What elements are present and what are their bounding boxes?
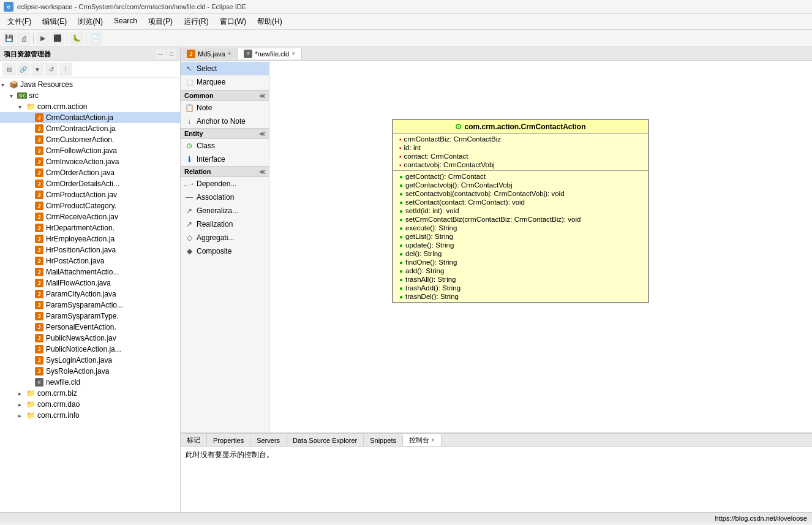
tree-item[interactable]: JCrmInvoiceAction.java <box>0 156 180 167</box>
toolbar-btn-debug[interactable]: 🐛 <box>70 32 83 45</box>
tree-item-icon: J <box>34 212 44 222</box>
tree-item-label: CrmOrderDetailsActi... <box>46 179 119 188</box>
tree-item[interactable]: JHrDepartmentAction. <box>0 222 180 233</box>
tree-item[interactable]: JHrPostAction.java <box>0 255 180 266</box>
visibility-icon: ● <box>399 199 403 206</box>
bottom-tab-Snippets[interactable]: Snippets <box>364 436 403 445</box>
tree-item[interactable]: JParamSysparamType. <box>0 311 180 322</box>
tab-close-btn[interactable]: × <box>228 50 231 57</box>
tree-item-icon: J <box>34 366 44 376</box>
palette-item-select[interactable]: ↖Select <box>181 62 269 75</box>
tree-item[interactable]: JCrmContractAction.ja <box>0 123 180 134</box>
bottom-tab-[interactable]: 标记 <box>181 434 207 446</box>
tree-item[interactable]: JCrmReceiveAction.jav <box>0 211 180 222</box>
toolbar-btn-save[interactable]: 💾 <box>2 32 16 45</box>
editor-tab-Md5java[interactable]: JMd5.java× <box>181 48 238 59</box>
toolbar-btn-new[interactable]: 📄 <box>89 32 102 45</box>
palette-section-common[interactable]: Common≪ <box>181 90 269 101</box>
palette-item-realization[interactable]: ↗Realization <box>181 217 269 231</box>
tree-item[interactable]: JParamCityAction.java <box>0 289 180 300</box>
palette-item-composite[interactable]: ◆Composite <box>181 244 269 258</box>
visibility-icon: ● <box>399 268 403 274</box>
palette-section-relation[interactable]: Relation≪ <box>181 166 269 177</box>
tree-item[interactable]: ▾srcsrc <box>0 90 180 101</box>
tree-item[interactable]: ▸📁com.crm.biz <box>0 388 180 399</box>
tree-item[interactable]: JHrPositionAction.java <box>0 244 180 255</box>
bottom-tab-Servers[interactable]: Servers <box>250 436 287 445</box>
palette-item-interface[interactable]: ℹInterface <box>181 153 269 166</box>
tree-item[interactable]: JPublicNewsAction.jav <box>0 333 180 344</box>
palette-item-generaliza[interactable]: ↗Generaliza... <box>181 204 269 217</box>
menu-item-H[interactable]: 帮助(H) <box>252 15 287 28</box>
uml-method: ●setCrmContactBiz(crmContactBiz: CrmCont… <box>397 215 644 224</box>
tree-item[interactable]: JCrmCustomerAction. <box>0 134 180 145</box>
uml-class-name: com.crm.action.CrmContactAction <box>464 123 585 131</box>
collapse-all-btn[interactable]: ⊟ <box>2 62 16 76</box>
tree-item[interactable]: JCrmOrderAction.java <box>0 167 180 178</box>
sync-btn[interactable]: ↺ <box>45 62 58 76</box>
tree-item-icon: 📁 <box>26 410 36 420</box>
tree-item[interactable]: JPublicNoticeAction.ja... <box>0 344 180 355</box>
link-editor-btn[interactable]: 🔗 <box>17 62 30 76</box>
menu-item-P[interactable]: 项目(P) <box>143 15 178 28</box>
editor-tab-newfilecld[interactable]: ≡*newfile.cld× <box>238 48 301 59</box>
uml-field: ▪id: int <box>397 143 644 152</box>
palette-section-entity[interactable]: Entity≪ <box>181 128 269 139</box>
bottom-tab-DataSourceExplorer[interactable]: Data Source Explorer <box>287 436 364 445</box>
filter-btn[interactable]: ▼ <box>31 62 44 76</box>
palette-item-aggregati[interactable]: ◇Aggregati... <box>181 231 269 244</box>
tree-item[interactable]: ▾📦Java Resources <box>0 79 180 90</box>
palette-item-class[interactable]: ⊙Class <box>181 139 269 153</box>
menu-item-N[interactable]: 浏览(N) <box>73 15 108 28</box>
bottom-tab-[interactable]: 控制台× <box>403 434 442 446</box>
palette-section-label: Relation <box>184 168 211 175</box>
tree-item-icon: J <box>34 333 44 343</box>
palette-item-marquee[interactable]: ⬚Marquee <box>181 75 269 89</box>
tree-item[interactable]: JCrmProductCategory. <box>0 200 180 211</box>
tree-item[interactable]: ▸📁com.crm.dao <box>0 399 180 410</box>
uml-method: ●execute(): String <box>397 224 644 232</box>
tree-item[interactable]: JPersonalEventAction. <box>0 322 180 333</box>
tree-item[interactable]: JCrmOrderDetailsActi... <box>0 178 180 189</box>
visibility-icon: ● <box>399 208 403 214</box>
bottom-tab-Properties[interactable]: Properties <box>207 436 250 445</box>
uml-class-box[interactable]: ⊙ com.crm.action.CrmContactAction ▪crmCo… <box>392 119 649 303</box>
menu-item-R[interactable]: 运行(R) <box>179 15 214 28</box>
toolbar-btn-run[interactable]: ▶ <box>36 32 50 45</box>
more-btn[interactable]: ⋮ <box>59 62 72 76</box>
tree-item[interactable]: JSysLoginAction.java <box>0 355 180 366</box>
tree-item[interactable]: JParamSysparamActio... <box>0 300 180 311</box>
tree-item[interactable]: JCrmFollowAction.java <box>0 145 180 156</box>
menu-item-F[interactable]: 文件(F) <box>2 15 36 28</box>
menu-item-E[interactable]: 编辑(E) <box>37 15 72 28</box>
palette-item-anchortonote[interactable]: ↓Anchor to Note <box>181 115 269 128</box>
maximize-btn[interactable]: □ <box>167 49 176 59</box>
bottom-tab-close[interactable]: × <box>431 437 435 444</box>
menu-item-Search[interactable]: Search <box>109 15 142 28</box>
palette-item-note[interactable]: 📋Note <box>181 101 269 115</box>
palette-item-association[interactable]: —Association <box>181 191 269 204</box>
palette-item-dependen[interactable]: ..→Dependen... <box>181 177 269 191</box>
tree-item[interactable]: JHrEmployeeAction.ja <box>0 233 180 244</box>
tree-item-icon: J <box>34 146 44 156</box>
tree-item[interactable]: ▸📁com.crm.info <box>0 410 180 421</box>
method-text: update(): String <box>405 241 454 249</box>
tree-item[interactable]: JCrmContactAction.ja <box>0 112 180 123</box>
toolbar-btn-stop[interactable]: ⬛ <box>51 32 64 45</box>
canvas[interactable]: ⊙ com.crm.action.CrmContactAction ▪crmCo… <box>269 61 812 432</box>
uml-fields-section: ▪crmContactBiz: CrmContactBiz▪id: int▪co… <box>393 134 648 171</box>
menu-item-W[interactable]: 窗口(W) <box>215 15 251 28</box>
depend-icon: ..→ <box>184 179 194 189</box>
tree-item-icon: J <box>34 256 44 266</box>
tree-item[interactable]: JCrmProductAction.jav <box>0 189 180 200</box>
tree-item-icon: 📁 <box>26 102 36 111</box>
tree-item[interactable]: JMailAttachmentActio... <box>0 266 180 278</box>
toolbar-btn-print[interactable]: 🖨 <box>17 32 31 45</box>
minimize-btn[interactable]: — <box>156 49 165 59</box>
tree-item[interactable]: JMailFlowAction.java <box>0 278 180 289</box>
tab-close-btn[interactable]: × <box>291 50 295 57</box>
uml-field: ▪contact: CrmContact <box>397 152 644 161</box>
tree-item[interactable]: ▾📁com.crm.action <box>0 101 180 112</box>
tree-item[interactable]: JSysRoleAction.java <box>0 366 180 377</box>
tree-item[interactable]: ≡newfile.cld <box>0 377 180 388</box>
